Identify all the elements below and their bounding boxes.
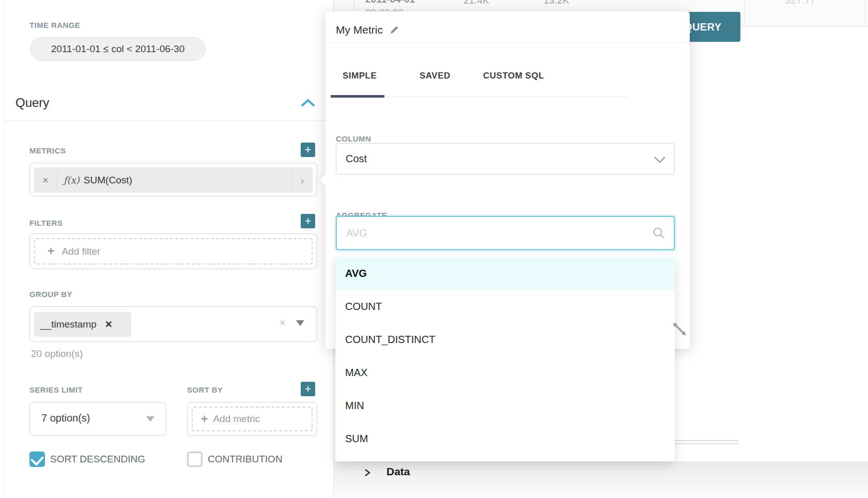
remove-metric-icon[interactable]: ×	[34, 175, 57, 186]
active-tab-indicator	[331, 95, 384, 98]
table-cell-value: 327.77	[785, 0, 815, 6]
popover-divider	[326, 42, 690, 43]
sort-descending-checkbox[interactable]	[29, 452, 45, 467]
clear-select-icon[interactable]: ×	[279, 316, 286, 330]
metric-name: SUM(Cost)	[84, 175, 291, 186]
filters-label: FILTERS	[29, 219, 63, 227]
table-cell-value: 21.4K	[463, 0, 489, 6]
section-divider	[4, 120, 333, 121]
chevron-down-icon	[654, 155, 666, 167]
sort-by-field: + Add metric	[187, 402, 317, 436]
search-icon	[652, 226, 665, 240]
aggregate-option-count[interactable]: COUNT	[336, 290, 675, 323]
control-panel: TIME RANGE 2011-01-01 ≤ col < 2011-06-30…	[0, 0, 333, 498]
contribution-option: CONTRIBUTION	[187, 450, 321, 470]
add-filter-label: Add filter	[61, 246, 100, 257]
table-gridline	[744, 0, 745, 27]
sort-descending-label: SORT DESCENDING	[50, 454, 145, 464]
tab-simple[interactable]: SIMPLE	[343, 71, 377, 81]
filters-field: + Add filter	[29, 234, 317, 269]
time-range-pill[interactable]: 2011-01-01 ≤ col < 2011-06-30	[30, 37, 206, 61]
edit-pencil-icon[interactable]	[389, 25, 399, 35]
add-sort-metric-plus-button[interactable]: +	[301, 382, 315, 396]
resize-diagonal-icon[interactable]	[672, 321, 687, 337]
aggregate-option-min[interactable]: MIN	[336, 389, 675, 422]
aggregate-placeholder: AVG	[346, 227, 652, 239]
add-sort-metric-label: Add metric	[213, 413, 260, 425]
plus-icon: +	[48, 244, 54, 258]
aggregate-option-count-distinct[interactable]: COUNT_DISTINCT	[336, 323, 675, 356]
sort-by-label: SORT BY	[187, 385, 223, 394]
group-by-options-hint: 20 option(s)	[31, 348, 83, 360]
panel-left-border	[4, 0, 5, 498]
group-by-tag-label: __timestamp	[40, 319, 97, 330]
caret-down-icon[interactable]	[296, 320, 304, 326]
pill-separator	[57, 170, 57, 190]
metric-pill[interactable]: × ƒ(x) SUM(Cost) ›	[34, 167, 313, 193]
add-sort-metric-button[interactable]: + Add metric	[192, 407, 313, 431]
group-by-select[interactable]: __timestamp ✕ ×	[29, 306, 317, 342]
aggregate-input[interactable]: AVG	[336, 216, 675, 250]
tab-custom-sql[interactable]: CUSTOM SQL	[483, 71, 544, 81]
group-by-label: GROUP BY	[29, 290, 72, 299]
aggregate-option-sum[interactable]: SUM	[336, 422, 675, 455]
sort-descending-option: SORT DESCENDING	[29, 450, 148, 470]
contribution-checkbox[interactable]	[187, 452, 203, 467]
series-limit-value: 7 option(s)	[41, 412, 90, 424]
chart-explorer: 2011-04-01 00:00:00 21.4K 13.2K 327.77 R…	[0, 0, 868, 498]
metric-expand-icon[interactable]: ›	[292, 174, 313, 186]
metrics-field: × ƒ(x) SUM(Cost) ›	[29, 163, 317, 196]
add-filter-button[interactable]: + Add filter	[34, 238, 313, 264]
tab-saved[interactable]: SAVED	[420, 71, 451, 81]
aggregate-option-max[interactable]: MAX	[336, 356, 675, 389]
aggregate-option-avg[interactable]: AVG	[336, 257, 675, 290]
chevron-up-icon[interactable]	[301, 97, 315, 108]
aggregate-dropdown-menu: AVG COUNT COUNT_DISTINCT MAX MIN SUM	[336, 254, 675, 461]
plus-icon: +	[201, 412, 208, 426]
caret-down-icon	[146, 416, 154, 422]
metric-title: My Metric	[336, 24, 383, 36]
metrics-label: METRICS	[29, 146, 66, 155]
table-cell-date: 2011-04-01	[365, 0, 415, 5]
chevron-right-icon	[363, 469, 371, 477]
query-section-title: Query	[16, 96, 49, 110]
time-range-label: TIME RANGE	[29, 21, 80, 29]
data-panel-header[interactable]: Data	[334, 461, 868, 498]
remove-tag-icon[interactable]: ✕	[105, 319, 113, 330]
group-by-tag: __timestamp ✕	[34, 312, 131, 337]
data-panel-label: Data	[386, 465, 410, 478]
contribution-label: CONTRIBUTION	[208, 454, 283, 464]
column-label: COLUMN	[336, 134, 371, 143]
table-gridline	[864, 0, 865, 27]
function-icon: ƒ(x)	[64, 175, 80, 185]
table-cell-value: 13.2K	[544, 0, 569, 6]
series-limit-label: SERIES LIMIT	[29, 385, 83, 394]
add-metric-plus-button[interactable]: +	[301, 143, 315, 157]
add-filter-plus-button[interactable]: +	[301, 214, 315, 228]
column-value: Cost	[346, 153, 367, 165]
series-limit-select[interactable]: 7 option(s)	[29, 402, 166, 436]
column-select[interactable]: Cost	[336, 143, 675, 175]
